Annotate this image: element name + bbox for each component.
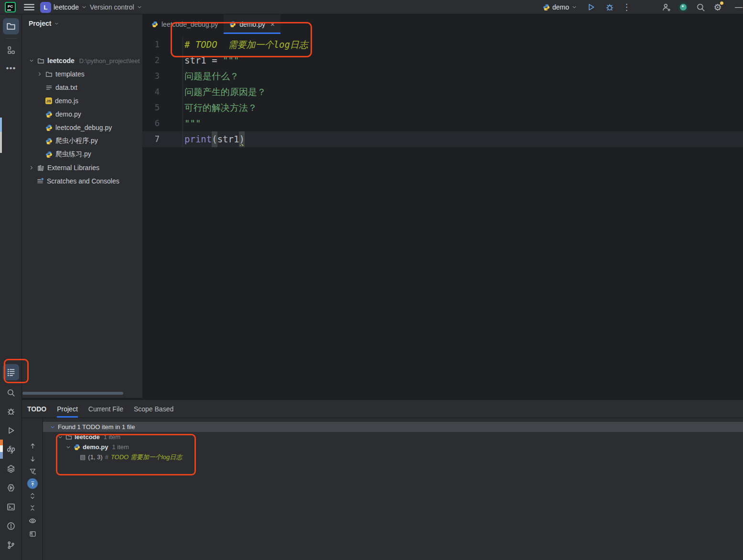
- todo-tab-current-file[interactable]: Current File: [88, 400, 123, 418]
- settings-button[interactable]: ⚙: [711, 1, 724, 13]
- code-line-4: 4问题产生的原因是？: [142, 84, 743, 100]
- code-line-7-current: 7print(str1): [142, 131, 743, 147]
- panel-layout-icon: [29, 530, 36, 538]
- project-panel: Project leetcode D:\python_project\leet …: [22, 14, 142, 398]
- debug-tool-button[interactable]: [3, 403, 19, 420]
- more-tool-windows-button[interactable]: •••: [3, 60, 19, 76]
- minimize-button[interactable]: —: [732, 1, 743, 13]
- tree-item-path: D:\python_project\leet: [79, 57, 140, 65]
- play-icon: [587, 3, 595, 11]
- run-button[interactable]: [584, 1, 598, 13]
- vcs-widget[interactable]: Version control: [90, 0, 142, 14]
- chevron-expanded-icon[interactable]: [29, 58, 34, 64]
- tree-item-leetcode-debug[interactable]: leetcode_debug.py: [22, 121, 142, 134]
- project-tool-button[interactable]: [3, 18, 19, 34]
- project-widget[interactable]: L leetcode: [40, 0, 87, 14]
- code-with-me-button[interactable]: [659, 1, 673, 13]
- filter-todos-button[interactable]: [27, 466, 38, 476]
- filter-icon: [29, 468, 36, 475]
- line-number: 1: [142, 37, 160, 53]
- bug-icon: [7, 407, 15, 416]
- horizontal-scrollbar[interactable]: [22, 392, 123, 395]
- todo-tab-project[interactable]: Project: [57, 400, 78, 418]
- todo-panel: TODO Project Current File Scope Based: [22, 400, 743, 560]
- arrow-up-icon: [29, 442, 36, 450]
- services-button[interactable]: [3, 461, 19, 477]
- search-icon: [696, 3, 705, 12]
- kebab-icon: ⋮: [623, 2, 632, 12]
- tab-demo-py[interactable]: demo.py ×: [224, 14, 280, 34]
- tree-item-scratches[interactable]: Scratches and Consoles: [22, 174, 142, 188]
- python-outline-icon: [7, 445, 15, 454]
- hamburger-icon: [24, 3, 34, 11]
- chevron-down-icon: [137, 4, 142, 10]
- todo-item-row[interactable]: ▤ (1, 3) # TODO 需要加一个log日志: [43, 452, 743, 462]
- autoscroll-to-source-button[interactable]: [27, 478, 38, 489]
- code-editor[interactable]: 1# TODO 需要加一个log日志 2str1 = """ 3问题是什么？ 4…: [142, 34, 743, 398]
- line-number: 4: [142, 84, 160, 100]
- editor-area: leetcode_debug.py demo.py × 1# TODO 需要加一…: [142, 14, 743, 398]
- arrow-up-from-line-icon: [30, 481, 36, 487]
- next-todo-button[interactable]: [27, 453, 38, 464]
- folder-icon: [37, 57, 44, 65]
- todo-row-demo-py[interactable]: demo.py 1 item: [43, 442, 743, 452]
- tree-item-demo-js[interactable]: JS demo.js: [22, 94, 142, 108]
- search-everywhere-button[interactable]: [694, 1, 707, 13]
- chevron-collapsed-icon[interactable]: [37, 71, 43, 77]
- tree-item-external-libraries[interactable]: External Libraries: [22, 161, 142, 174]
- chevron-expanded-icon[interactable]: [50, 424, 55, 430]
- tree-item-label: demo.py: [55, 110, 81, 118]
- avatar-icon: [678, 2, 689, 12]
- version-control-button[interactable]: [3, 537, 19, 553]
- expand-all-button[interactable]: [27, 491, 38, 501]
- tree-item-data-txt[interactable]: data.txt: [22, 81, 142, 94]
- todo-tree: Found 1 TODO item in 1 file leetcode 1 i…: [43, 418, 743, 462]
- tree-item-label: Scratches and Consoles: [47, 177, 119, 185]
- chevron-expanded-icon[interactable]: [57, 434, 63, 440]
- close-tab-icon[interactable]: ×: [270, 20, 275, 28]
- todo-list-icon: [7, 368, 15, 377]
- bug-icon: [605, 3, 614, 11]
- eye-icon: [29, 517, 36, 525]
- todo-row-count: 1 item: [112, 443, 129, 451]
- todo-row-label: leetcode: [75, 433, 100, 441]
- todo-toolbar: [22, 418, 43, 560]
- tab-leetcode-debug-py[interactable]: leetcode_debug.py: [146, 14, 224, 34]
- todo-tab-scope-based[interactable]: Scope Based: [134, 400, 173, 418]
- tree-item-templates[interactable]: templates: [22, 67, 142, 81]
- todo-tool-button[interactable]: [3, 364, 19, 380]
- run-tool-button[interactable]: [3, 422, 19, 439]
- tree-item-demo-py[interactable]: demo.py: [22, 108, 142, 121]
- todo-row-label: demo.py: [83, 443, 108, 451]
- tree-item-label: leetcode: [47, 57, 75, 65]
- preview-panel-button[interactable]: [27, 528, 38, 539]
- preview-source-button[interactable]: [27, 516, 38, 526]
- tree-item-spider-app[interactable]: 爬虫小程序.py: [22, 134, 142, 148]
- line-number: 6: [142, 116, 160, 131]
- python-packages-button[interactable]: [3, 442, 19, 458]
- tree-item-spider-practice[interactable]: 爬虫练习.py: [22, 148, 142, 161]
- collapse-all-button[interactable]: [27, 503, 38, 513]
- terminal-button[interactable]: [3, 499, 19, 515]
- todo-row-leetcode[interactable]: leetcode 1 item: [43, 432, 743, 442]
- python-console-button[interactable]: [3, 480, 19, 496]
- main-menu-button[interactable]: [24, 3, 34, 11]
- todo-found-row[interactable]: Found 1 TODO item in 1 file: [43, 422, 743, 432]
- chevron-collapsed-icon[interactable]: [29, 165, 34, 171]
- structure-tool-button[interactable]: [3, 42, 19, 58]
- line-number: 7: [142, 131, 160, 147]
- python-file-icon: [45, 138, 53, 145]
- terminal-icon: [7, 503, 15, 511]
- tree-item-leetcode[interactable]: leetcode D:\python_project\leet: [22, 54, 142, 67]
- debug-button[interactable]: [603, 1, 616, 13]
- previous-todo-button[interactable]: [27, 441, 38, 451]
- chevron-expanded-icon[interactable]: [65, 444, 71, 450]
- layers-icon: [7, 464, 15, 473]
- project-panel-header[interactable]: Project: [29, 18, 59, 29]
- more-actions-button[interactable]: ⋮: [620, 1, 634, 13]
- todo-panel-title[interactable]: TODO: [27, 400, 46, 418]
- run-config-widget[interactable]: demo: [543, 0, 577, 14]
- find-tool-button[interactable]: [3, 385, 19, 401]
- user-avatar[interactable]: [677, 1, 690, 13]
- problems-button[interactable]: [3, 518, 19, 534]
